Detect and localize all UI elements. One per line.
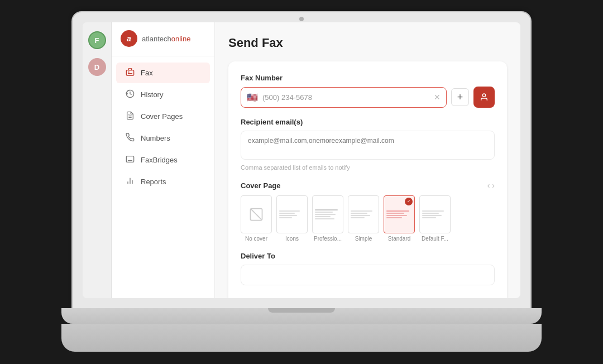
fax-icon bbox=[125, 68, 135, 78]
history-icon bbox=[125, 89, 135, 100]
contact-icon bbox=[480, 93, 489, 102]
deliver-to-label: Deliver To bbox=[241, 252, 495, 260]
cover-thumb-no-cover bbox=[241, 195, 272, 233]
cover-page-icons[interactable]: Icons bbox=[276, 195, 308, 242]
avatar-d[interactable]: D bbox=[88, 58, 106, 76]
fax-input-row: 🇺🇸 ✕ + bbox=[241, 87, 495, 108]
cover-label-professional: Professio... bbox=[314, 236, 342, 242]
cover-thumb-standard bbox=[384, 195, 415, 233]
main-content: Send Fax Fax Number 🇺🇸 ✕ + bbox=[215, 22, 520, 298]
cover-label-standard: Standard bbox=[388, 236, 411, 242]
cover-nav: ‹ › bbox=[487, 181, 495, 190]
fax-number-input[interactable] bbox=[262, 93, 429, 102]
fax-number-group: Fax Number 🇺🇸 ✕ + bbox=[241, 74, 495, 108]
cover-page-label: Cover Page bbox=[241, 181, 281, 190]
doc-lines-icons bbox=[277, 208, 307, 221]
fax-input-wrapper[interactable]: 🇺🇸 ✕ bbox=[241, 87, 447, 108]
cover-thumb-simple bbox=[348, 195, 379, 233]
deliver-to-input[interactable] bbox=[241, 265, 495, 285]
cover-thumb-default bbox=[419, 195, 451, 233]
cover-label-default: Default F... bbox=[422, 236, 448, 242]
cover-thumb-icons bbox=[276, 195, 308, 233]
cover-page-standard[interactable]: Standard bbox=[384, 195, 415, 242]
sidebar-item-faxbridges[interactable]: FaxBridges bbox=[116, 150, 210, 170]
numbers-icon bbox=[125, 133, 135, 143]
doc-lines-simple bbox=[348, 208, 379, 221]
cover-next-button[interactable]: › bbox=[492, 181, 495, 190]
svg-rect-0 bbox=[126, 70, 133, 75]
doc-lines-standard bbox=[384, 208, 414, 221]
no-cover-icon bbox=[248, 207, 264, 222]
cover-label-no-cover: No cover bbox=[245, 236, 267, 242]
cover-label-simple: Simple bbox=[355, 236, 372, 242]
sidebar-item-fax-label: Fax bbox=[141, 69, 153, 77]
cover-prev-button[interactable]: ‹ bbox=[487, 181, 490, 190]
svg-point-8 bbox=[482, 94, 485, 97]
cover-pages-list: No cover bbox=[241, 195, 495, 242]
svg-line-9 bbox=[251, 209, 262, 220]
faxbridges-icon bbox=[125, 155, 135, 165]
sidebar-item-history[interactable]: History bbox=[116, 84, 210, 105]
email-hint: Comma separated list of emails to notify bbox=[241, 164, 495, 171]
screen-content: F D a atlantechonline bbox=[83, 22, 520, 298]
page-title: Send Fax bbox=[228, 36, 507, 50]
sidebar-item-fax[interactable]: Fax bbox=[116, 63, 210, 83]
doc-lines-professional bbox=[313, 207, 343, 222]
recipient-email-group: Recipient email(s) Comma separated list … bbox=[241, 118, 495, 171]
cover-page-simple[interactable]: Simple bbox=[348, 195, 379, 242]
reports-icon bbox=[125, 176, 135, 187]
cover-page-section: Cover Page ‹ › bbox=[241, 181, 495, 242]
contact-book-button[interactable] bbox=[473, 87, 495, 108]
send-fax-form: Fax Number 🇺🇸 ✕ + bbox=[228, 61, 507, 298]
cover-page-header: Cover Page ‹ › bbox=[241, 181, 495, 190]
cover-pages-icon bbox=[125, 111, 135, 122]
main-sidebar: a atlantechonline Fax Histo bbox=[112, 22, 215, 298]
sidebar-item-reports-label: Reports bbox=[141, 178, 166, 186]
cover-label-icons: Icons bbox=[285, 236, 299, 242]
avatar-f[interactable]: F bbox=[88, 31, 106, 49]
svg-rect-4 bbox=[126, 156, 133, 162]
cover-page-default[interactable]: Default F... bbox=[419, 195, 451, 242]
deliver-to-group: Deliver To bbox=[241, 252, 495, 285]
brand: a atlantechonline bbox=[112, 30, 214, 56]
cover-page-no-cover[interactable]: No cover bbox=[241, 195, 272, 242]
clear-fax-button[interactable]: ✕ bbox=[434, 93, 441, 102]
laptop-keyboard bbox=[61, 324, 542, 352]
sidebar-item-numbers-label: Numbers bbox=[141, 134, 170, 142]
recipient-email-input[interactable] bbox=[241, 131, 495, 160]
sidebar-item-cover-pages-label: Cover Pages bbox=[141, 112, 183, 121]
laptop-screen: F D a atlantechonline bbox=[73, 12, 530, 308]
doc-lines-default bbox=[420, 208, 450, 221]
sidebar-item-faxbridges-label: FaxBridges bbox=[141, 156, 178, 164]
cover-thumb-professional bbox=[312, 195, 343, 233]
sidebar-item-numbers[interactable]: Numbers bbox=[116, 128, 210, 149]
country-flag-icon: 🇺🇸 bbox=[247, 92, 258, 103]
brand-name: atlantechonline bbox=[142, 35, 190, 43]
recipient-email-label: Recipient email(s) bbox=[241, 118, 495, 126]
sidebar-item-cover-pages[interactable]: Cover Pages bbox=[116, 106, 210, 127]
sidebar-item-reports[interactable]: Reports bbox=[116, 171, 210, 192]
cover-page-professional[interactable]: Professio... bbox=[312, 195, 343, 242]
fax-number-label: Fax Number bbox=[241, 74, 495, 82]
icon-sidebar: F D bbox=[83, 22, 112, 298]
laptop-wrapper: F D a atlantechonline bbox=[61, 12, 542, 352]
sidebar-item-history-label: History bbox=[141, 90, 163, 99]
add-fax-button[interactable]: + bbox=[451, 88, 469, 106]
laptop-base bbox=[61, 308, 542, 324]
brand-logo: a bbox=[121, 30, 137, 47]
